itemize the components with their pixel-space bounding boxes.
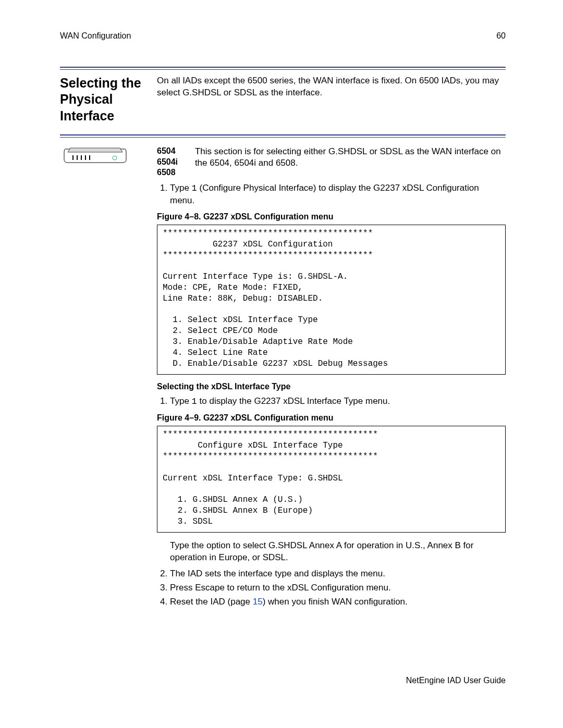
section-rule-2 xyxy=(60,134,506,138)
device-desc: This section is for selecting either G.S… xyxy=(195,146,506,178)
step-list-3: The IAD sets the interface type and disp… xyxy=(157,568,506,608)
trailing-step-3: Press Escape to return to the xDSL Confi… xyxy=(170,582,506,594)
step-1: Type 1 (Configure Physical Interface) to… xyxy=(170,182,506,207)
trailing-step-4: Reset the IAD (page 15) when you finish … xyxy=(170,596,506,608)
page-header: WAN Configuration 60 xyxy=(60,31,506,41)
page-link-15[interactable]: 15 xyxy=(253,597,263,607)
intro-text: On all IADs except the 6500 series, the … xyxy=(157,75,506,99)
footer-text: NetEngine IAD User Guide xyxy=(406,676,506,685)
section-rule xyxy=(60,67,506,70)
figure-4-8-caption: Figure 4–8. G2237 xDSL Configuration men… xyxy=(157,212,506,221)
section-heading: Selecting the Physical Interface xyxy=(60,75,143,124)
model-3: 6508 xyxy=(157,167,185,178)
section-intro: Selecting the Physical Interface On all … xyxy=(60,75,506,124)
figure-4-9-code: ****************************************… xyxy=(157,426,506,533)
figure-4-9-caption: Figure 4–9. G2237 xDSL Configuration men… xyxy=(157,413,506,423)
step-list-2: Type 1 to display the G2237 xDSL Interfa… xyxy=(157,396,506,408)
section-device: 6504 6504i 6508 This section is for sele… xyxy=(60,143,506,613)
post-text: Type the option to select G.SHDSL Annex … xyxy=(170,540,506,564)
header-left: WAN Configuration xyxy=(60,31,131,41)
sub-step-1: Type 1 to display the G2237 xDSL Interfa… xyxy=(170,396,506,408)
device-subhead: 6504 6504i 6508 This section is for sele… xyxy=(157,146,506,178)
sub-step-1-key: 1 xyxy=(192,397,197,406)
figure-4-8-code: ****************************************… xyxy=(157,225,506,375)
sub-heading-interface-type: Selecting the xDSL Interface Type xyxy=(157,382,506,391)
device-illustration xyxy=(60,145,130,167)
trailing-step-2: The IAD sets the interface type and disp… xyxy=(170,568,506,580)
step-list-1: Type 1 (Configure Physical Interface) to… xyxy=(157,182,506,207)
step-1-key: 1 xyxy=(192,183,197,193)
header-page-number: 60 xyxy=(496,31,506,41)
page: WAN Configuration 60 Selecting the Physi… xyxy=(0,0,563,728)
model-2: 6504i xyxy=(157,157,185,168)
model-1: 6504 xyxy=(157,146,185,157)
device-models: 6504 6504i 6508 xyxy=(157,146,185,178)
